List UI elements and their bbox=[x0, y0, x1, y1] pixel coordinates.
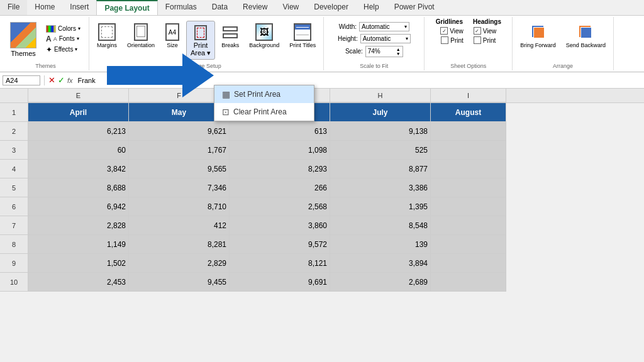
orientation-button[interactable]: Orientation bbox=[123, 21, 158, 52]
cell-i4[interactable] bbox=[431, 160, 506, 178]
breaks-button[interactable]: Breaks bbox=[218, 21, 243, 52]
row-num-4[interactable]: 4 bbox=[0, 160, 28, 178]
row-num-9[interactable]: 9 bbox=[0, 254, 28, 273]
tab-review[interactable]: Review bbox=[235, 0, 275, 15]
colors-button[interactable]: Colors ▾ bbox=[44, 25, 82, 33]
row-num-8[interactable]: 8 bbox=[0, 235, 28, 254]
send-backward-button[interactable]: Send Backward bbox=[562, 21, 609, 52]
cell-e5[interactable]: 8,688 bbox=[28, 178, 129, 197]
row-num-2[interactable]: 2 bbox=[0, 122, 28, 141]
cell-f8[interactable]: 8,281 bbox=[129, 235, 230, 254]
cell-e1[interactable]: April bbox=[28, 103, 129, 122]
cell-g3[interactable]: 1,098 bbox=[230, 141, 330, 160]
cell-h7[interactable]: 8,548 bbox=[330, 216, 431, 235]
print-titles-button[interactable]: Print Titles bbox=[286, 21, 319, 52]
row-num-1[interactable]: 1 bbox=[0, 103, 28, 122]
cell-h6[interactable]: 1,395 bbox=[330, 197, 431, 216]
themes-button[interactable]: Themes bbox=[6, 19, 40, 60]
cell-i10[interactable] bbox=[431, 273, 506, 292]
cell-i7[interactable] bbox=[431, 216, 506, 235]
cell-f4[interactable]: 9,565 bbox=[129, 160, 230, 178]
cell-reference-box[interactable]: A24 bbox=[3, 75, 40, 85]
margins-button[interactable]: Margins bbox=[93, 21, 121, 52]
cell-h1[interactable]: July bbox=[330, 103, 431, 122]
cell-e2[interactable]: 6,213 bbox=[28, 122, 129, 141]
size-button[interactable]: A4 Size bbox=[161, 21, 184, 52]
row-num-10[interactable]: 10 bbox=[0, 273, 28, 292]
tab-formulas[interactable]: Formulas bbox=[158, 0, 204, 15]
row-num-7[interactable]: 7 bbox=[0, 216, 28, 235]
cell-g4[interactable]: 8,293 bbox=[230, 160, 330, 178]
cell-f3[interactable]: 1,767 bbox=[129, 141, 230, 160]
cell-h4[interactable]: 8,877 bbox=[330, 160, 431, 178]
print-area-button[interactable]: PrintArea ▾ bbox=[186, 21, 215, 60]
col-header-h[interactable]: H bbox=[330, 89, 431, 102]
cell-g7[interactable]: 3,860 bbox=[230, 216, 330, 235]
headings-print-checkbox[interactable] bbox=[474, 36, 481, 44]
cell-i8[interactable] bbox=[431, 235, 506, 254]
cell-i5[interactable] bbox=[431, 178, 506, 197]
cell-e10[interactable]: 2,453 bbox=[28, 273, 129, 292]
cancel-formula-icon[interactable]: ✕ bbox=[48, 75, 55, 85]
cell-e6[interactable]: 6,942 bbox=[28, 197, 129, 216]
cell-e3[interactable]: 60 bbox=[28, 141, 129, 160]
gridlines-print-checkbox[interactable] bbox=[441, 36, 448, 44]
cell-h9[interactable]: 3,894 bbox=[330, 254, 431, 273]
cell-g6[interactable]: 2,568 bbox=[230, 197, 330, 216]
cell-i2[interactable] bbox=[431, 122, 506, 141]
tab-data[interactable]: Data bbox=[204, 0, 235, 15]
scale-up-icon[interactable]: ▲ bbox=[396, 47, 401, 52]
cell-h8[interactable]: 139 bbox=[330, 235, 431, 254]
tab-insert[interactable]: Insert bbox=[62, 0, 96, 15]
scale-input[interactable]: 74% ▲ ▼ bbox=[365, 46, 403, 57]
cell-g8[interactable]: 9,572 bbox=[230, 235, 330, 254]
gridlines-view-checkbox[interactable] bbox=[440, 27, 448, 35]
col-header-i[interactable]: I bbox=[431, 89, 506, 102]
background-button[interactable]: 🖼 Background bbox=[245, 21, 283, 52]
cell-e8[interactable]: 1,149 bbox=[28, 235, 129, 254]
row-num-5[interactable]: 5 bbox=[0, 178, 28, 197]
cell-f5[interactable]: 7,346 bbox=[129, 178, 230, 197]
cell-f2[interactable]: 9,621 bbox=[129, 122, 230, 141]
scale-down-icon[interactable]: ▼ bbox=[396, 52, 401, 56]
cell-i1[interactable]: August bbox=[431, 103, 506, 122]
tab-page-layout[interactable]: Page Layout bbox=[96, 0, 157, 15]
cell-g10[interactable]: 9,691 bbox=[230, 273, 330, 292]
cell-f10[interactable]: 9,455 bbox=[129, 273, 230, 292]
tab-home[interactable]: Home bbox=[27, 0, 62, 15]
cell-e7[interactable]: 2,828 bbox=[28, 216, 129, 235]
tab-file[interactable]: File bbox=[0, 0, 27, 15]
height-input[interactable]: Automatic ▾ bbox=[360, 34, 411, 43]
cell-f7[interactable]: 412 bbox=[129, 216, 230, 235]
cell-g2[interactable]: 613 bbox=[230, 122, 330, 141]
cell-g5[interactable]: 266 bbox=[230, 178, 330, 197]
set-print-area-item[interactable]: ▦ Set Print Area bbox=[214, 85, 314, 103]
effects-button[interactable]: ✦ Effects ▾ bbox=[44, 45, 82, 55]
formula-input[interactable] bbox=[75, 76, 641, 85]
cell-e4[interactable]: 3,842 bbox=[28, 160, 129, 178]
cell-e9[interactable]: 1,502 bbox=[28, 254, 129, 273]
row-num-3[interactable]: 3 bbox=[0, 141, 28, 160]
cell-h3[interactable]: 525 bbox=[330, 141, 431, 160]
cell-g9[interactable]: 8,121 bbox=[230, 254, 330, 273]
cell-h2[interactable]: 9,138 bbox=[330, 122, 431, 141]
tab-view[interactable]: View bbox=[275, 0, 306, 15]
col-header-e[interactable]: E bbox=[28, 89, 129, 102]
bring-forward-button[interactable]: Bring Forward bbox=[516, 21, 560, 52]
cell-f9[interactable]: 2,829 bbox=[129, 254, 230, 273]
tab-developer[interactable]: Developer bbox=[306, 0, 356, 15]
fonts-button[interactable]: A A Fonts ▾ bbox=[44, 34, 82, 44]
cell-i6[interactable] bbox=[431, 197, 506, 216]
cell-f6[interactable]: 8,710 bbox=[129, 197, 230, 216]
cell-h5[interactable]: 3,386 bbox=[330, 178, 431, 197]
clear-print-area-item[interactable]: ⊡ Clear Print Area bbox=[214, 103, 314, 121]
cell-h10[interactable]: 2,689 bbox=[330, 273, 431, 292]
width-input[interactable]: Automatic ▾ bbox=[359, 22, 409, 31]
confirm-formula-icon[interactable]: ✓ bbox=[58, 75, 65, 85]
tab-power-pivot[interactable]: Power Pivot bbox=[387, 0, 442, 15]
insert-function-icon[interactable]: fx bbox=[67, 77, 73, 84]
cell-i9[interactable] bbox=[431, 254, 506, 273]
tab-help[interactable]: Help bbox=[356, 0, 387, 15]
cell-i3[interactable] bbox=[431, 141, 506, 160]
headings-view-checkbox[interactable] bbox=[474, 27, 481, 35]
